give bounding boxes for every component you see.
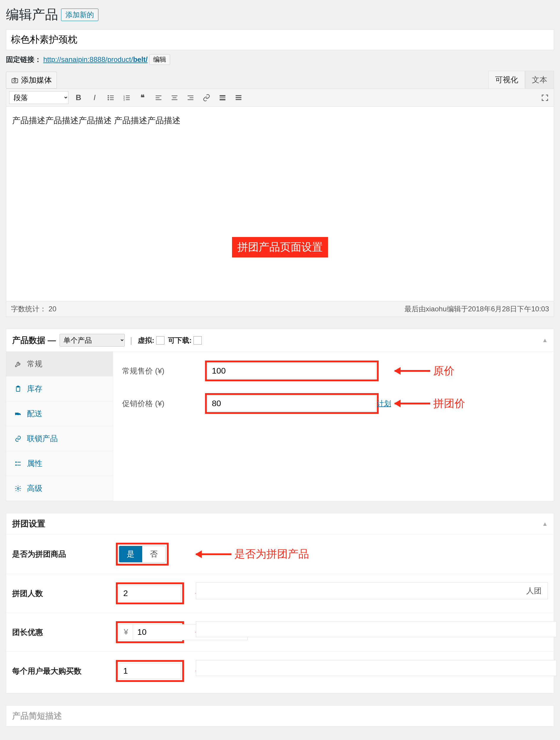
regular-price-row: 常规售价 (¥) 原价: [122, 361, 545, 381]
annotation-original-price: 原价: [395, 364, 455, 378]
virtual-checkbox-row[interactable]: 虚拟:: [138, 336, 165, 345]
add-new-button[interactable]: 添加新的: [61, 9, 98, 21]
editor-tabs: 可视化 文本: [488, 71, 554, 89]
group-settings-title: 拼团设置: [12, 518, 45, 529]
bold-icon[interactable]: B: [73, 92, 84, 104]
virtual-label: 虚拟:: [138, 336, 154, 345]
sale-price-input[interactable]: [207, 395, 376, 411]
is-group-highlight: 是 否: [116, 543, 169, 565]
tab-shipping[interactable]: 配送: [6, 401, 113, 426]
tab-attributes[interactable]: 属性: [6, 451, 113, 476]
add-media-button[interactable]: 添加媒体: [6, 72, 57, 89]
regular-price-highlight: [205, 361, 379, 381]
svg-rect-13: [126, 99, 130, 100]
numbered-list-icon[interactable]: 123: [120, 92, 132, 104]
collapse-icon[interactable]: ▲: [542, 521, 548, 527]
annotation-group-price: 拼团价: [395, 396, 465, 411]
arrow-icon: [395, 402, 430, 404]
product-title-input[interactable]: [6, 29, 554, 50]
leader-discount-row: 团长优惠 ¥ 设置拼团团长的优惠折购: [6, 613, 554, 651]
annotation-banner: 拼团产品页面设置: [232, 237, 328, 258]
svg-rect-27: [236, 97, 242, 98]
svg-rect-18: [173, 97, 177, 98]
svg-point-1: [14, 79, 16, 82]
page-title: 编辑产品: [6, 6, 58, 23]
sale-price-label: 促销价格 (¥): [122, 398, 199, 409]
group-settings-header: 拼团设置 ▲: [6, 514, 554, 534]
general-panel: 常规售价 (¥) 原价 促销价格 (¥) 计划 拼团价: [113, 352, 554, 501]
product-data-title: 产品数据 —: [12, 335, 56, 346]
virtual-checkbox[interactable]: [156, 336, 165, 345]
arrow-icon: [196, 553, 231, 555]
group-count-input[interactable]: [119, 585, 181, 602]
italic-icon[interactable]: I: [89, 92, 100, 104]
link-icon[interactable]: [201, 92, 212, 104]
tab-inventory-label: 库存: [27, 384, 42, 394]
list-icon: [14, 460, 23, 467]
format-select[interactable]: 段落: [9, 91, 69, 104]
arrow-icon: [395, 370, 430, 372]
tab-visual[interactable]: 可视化: [488, 71, 525, 89]
is-group-label: 是否为拼团商品: [12, 549, 116, 559]
svg-rect-34: [15, 462, 17, 463]
product-type-select[interactable]: 单个产品: [60, 334, 125, 347]
group-count-input-extended[interactable]: [196, 582, 520, 599]
annotation-original-price-text: 原价: [433, 364, 455, 378]
last-edited: 最后由xiaohu编辑于2018年6月28日下午10:03: [404, 304, 549, 314]
align-left-icon[interactable]: [153, 92, 165, 104]
align-center-icon[interactable]: [169, 92, 180, 104]
svg-rect-0: [12, 79, 18, 83]
svg-rect-24: [219, 97, 225, 98]
bullet-list-icon[interactable]: [105, 92, 116, 104]
leader-discount-label: 团长优惠: [12, 627, 116, 638]
svg-rect-14: [156, 95, 162, 96]
svg-rect-25: [219, 99, 225, 100]
svg-rect-5: [110, 97, 114, 98]
tab-linked[interactable]: 联锁产品: [6, 426, 113, 451]
editor-body[interactable]: 产品描述产品描述产品描述 产品描述产品描述 拼团产品页面设置: [6, 107, 554, 301]
schedule-link[interactable]: 计划: [377, 399, 391, 408]
editor-toolbar: 段落 B I 123 ❝: [6, 89, 554, 107]
group-count-row: 拼团人数 设置拼团总人数 人团: [6, 574, 554, 613]
tab-linked-label: 联锁产品: [27, 433, 58, 444]
add-media-label: 添加媒体: [21, 75, 52, 85]
word-count: 字数统计： 20: [11, 304, 56, 314]
product-data-header: 产品数据 — 单个产品 | 虚拟: 可下载: ▲: [6, 329, 554, 352]
leader-discount-input-extended[interactable]: [196, 621, 557, 637]
toggle-yes[interactable]: 是: [119, 546, 142, 562]
tab-text[interactable]: 文本: [525, 71, 554, 89]
group-count-highlight: [116, 582, 184, 604]
toolbar-toggle-icon[interactable]: [232, 92, 245, 104]
svg-point-4: [108, 97, 109, 98]
tab-general[interactable]: 常规: [6, 352, 113, 376]
downloadable-checkbox-row[interactable]: 可下载:: [168, 336, 202, 345]
svg-rect-17: [172, 95, 178, 96]
svg-rect-7: [110, 99, 114, 100]
svg-rect-11: [126, 97, 130, 98]
tab-inventory[interactable]: 库存: [6, 376, 113, 401]
read-more-icon[interactable]: [216, 92, 228, 104]
tab-advanced-label: 高级: [27, 483, 42, 493]
tab-advanced[interactable]: 高级: [6, 476, 113, 501]
downloadable-checkbox[interactable]: [193, 336, 202, 345]
svg-rect-15: [156, 97, 160, 98]
permalink-link[interactable]: http://sanaipin:8888/product/belt/: [43, 56, 148, 64]
max-buy-input-extended[interactable]: [196, 660, 557, 676]
regular-price-input[interactable]: [207, 363, 376, 379]
quote-icon[interactable]: ❝: [136, 92, 149, 104]
is-group-toggle: 是 否: [119, 546, 166, 563]
svg-point-6: [108, 99, 109, 100]
annotation-group-price-text: 拼团价: [433, 396, 465, 411]
divider: |: [130, 336, 132, 345]
fullscreen-icon[interactable]: [539, 92, 551, 104]
max-buy-input[interactable]: [119, 663, 181, 679]
svg-point-32: [16, 415, 17, 416]
permalink-edit-button[interactable]: 编辑: [149, 54, 170, 65]
svg-point-38: [17, 488, 19, 489]
align-right-icon[interactable]: [185, 92, 196, 104]
collapse-icon[interactable]: ▲: [542, 337, 548, 344]
svg-rect-28: [236, 99, 242, 100]
leader-discount-highlight: ¥: [116, 621, 184, 643]
svg-rect-9: [126, 95, 130, 96]
toggle-no[interactable]: 否: [142, 546, 165, 562]
